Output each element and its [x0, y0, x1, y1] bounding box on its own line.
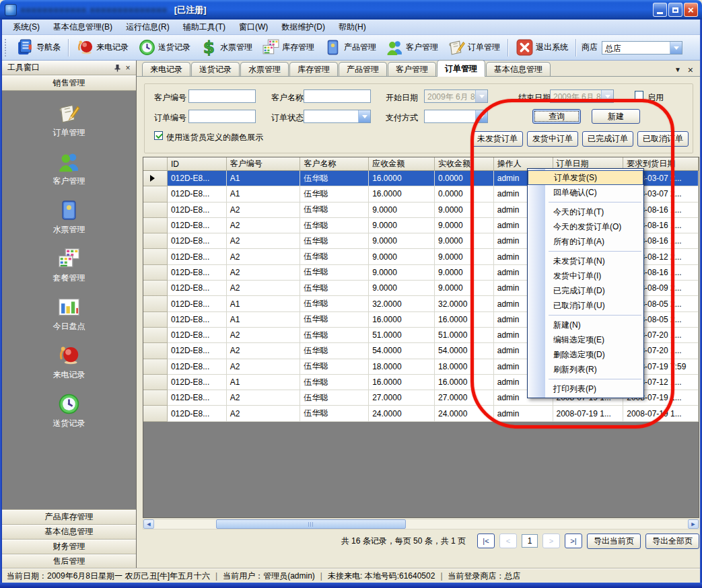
sidebar-group-2[interactable]: 财务管理 — [2, 539, 136, 554]
context-menu-item-7[interactable]: 未发货订单(N) — [528, 254, 643, 268]
sidebar-item-inventory[interactable]: 套餐管理 — [2, 247, 136, 284]
scroll-right-icon[interactable]: ► — [688, 519, 699, 529]
tool-window-close-icon[interactable]: × — [122, 63, 133, 73]
customer-no-input[interactable] — [188, 89, 256, 103]
toolbar-button-product[interactable]: 产品管理 — [319, 37, 381, 59]
pin-icon[interactable] — [112, 63, 122, 73]
row-selector[interactable] — [143, 265, 168, 281]
context-menu-item-10[interactable]: 已取消订单(U) — [528, 298, 643, 313]
row-selector[interactable] — [143, 406, 168, 421]
tab-2[interactable]: 水票管理 — [240, 62, 289, 76]
row-selector[interactable] — [143, 359, 168, 375]
menubar-item-4[interactable]: 窗口(W) — [232, 20, 275, 35]
toolbar-button-order[interactable]: 订单管理 — [443, 37, 505, 59]
last-page-button[interactable]: >| — [565, 534, 582, 548]
toolbar-button-dollar[interactable]: $水票管理 — [195, 37, 257, 59]
sidebar-group-sales[interactable]: 销售管理 — [2, 75, 136, 91]
column-header-0[interactable] — [143, 157, 168, 171]
toolbar-grip[interactable] — [5, 39, 9, 57]
context-menu-item-8[interactable]: 发货中订单(I) — [528, 268, 643, 283]
column-header-3[interactable]: 客户名称 — [300, 157, 369, 171]
menubar-item-0[interactable]: 系统(S) — [6, 20, 46, 35]
column-header-2[interactable]: 客户编号 — [227, 157, 301, 171]
chevron-down-icon[interactable] — [601, 90, 613, 102]
menubar-item-5[interactable]: 数据维护(D) — [275, 20, 332, 35]
row-selector[interactable] — [143, 328, 168, 343]
chevron-down-icon[interactable] — [475, 90, 487, 102]
context-menu-item-0[interactable]: 订单发货(S) — [528, 170, 643, 185]
minimize-button-icon[interactable] — [653, 3, 667, 17]
order-no-input[interactable] — [188, 110, 256, 123]
scroll-left-icon[interactable]: ◄ — [143, 519, 154, 529]
chevron-down-icon[interactable] — [670, 42, 682, 54]
start-date-picker[interactable]: 2009年 6月 8日 — [424, 89, 488, 103]
row-selector[interactable] — [143, 171, 168, 186]
sidebar-group-1[interactable]: 基本信息管理 — [2, 524, 136, 539]
close-button-icon[interactable]: × — [684, 3, 698, 17]
row-selector[interactable] — [143, 375, 168, 390]
menubar-item-1[interactable]: 基本信息管理(B) — [46, 20, 119, 35]
context-menu-item-13[interactable]: 编辑选定项(E) — [528, 332, 643, 347]
first-page-button[interactable]: |< — [477, 534, 495, 548]
toolbar-button-bell[interactable]: 来电记录 — [71, 37, 133, 59]
menubar-item-3[interactable]: 辅助工具(T) — [176, 20, 232, 35]
tab-1[interactable]: 送货记录 — [191, 62, 240, 76]
filter-button-3[interactable]: 已取消订单 — [637, 131, 689, 147]
context-menu-item-15[interactable]: 刷新列表(R) — [528, 362, 643, 377]
toolbar-button-customers[interactable]: 客户管理 — [381, 37, 443, 59]
next-page-button[interactable]: > — [542, 534, 560, 548]
context-menu-item-17[interactable]: 打印列表(P) — [528, 381, 643, 396]
order-status-combobox[interactable] — [304, 110, 371, 123]
row-selector[interactable] — [143, 249, 168, 264]
column-header-5[interactable]: 实收金额 — [435, 157, 494, 171]
context-menu-item-9[interactable]: 已完成订单(D) — [528, 283, 643, 298]
query-button[interactable]: 查询 — [532, 109, 581, 124]
row-selector[interactable] — [143, 296, 168, 311]
context-menu-item-3[interactable]: 今天的订单(T) — [528, 205, 643, 219]
row-selector[interactable] — [143, 186, 168, 202]
sidebar-item-order[interactable]: 订单管理 — [2, 102, 136, 139]
tab-5[interactable]: 客户管理 — [388, 62, 436, 76]
row-selector[interactable] — [143, 390, 168, 406]
enable-checkbox[interactable] — [635, 91, 643, 100]
tab-7[interactable]: 基本信息管理 — [486, 62, 551, 76]
tab-6[interactable]: 订单管理 — [437, 60, 485, 77]
maximize-button-icon[interactable] — [668, 3, 682, 17]
sidebar-group-3[interactable]: 售后管理 — [2, 554, 136, 568]
context-menu-item-12[interactable]: 新建(N) — [528, 318, 643, 332]
menubar-item-6[interactable]: 帮助(H) — [332, 20, 373, 35]
new-button[interactable]: 新建 — [592, 109, 640, 124]
end-date-picker[interactable]: 2009年 6月 8日 — [550, 89, 614, 103]
table-row[interactable]: 012D-E8...A2伍华聪24.000024.0000admin2008-0… — [143, 406, 699, 421]
row-selector[interactable] — [143, 233, 168, 249]
row-selector[interactable] — [143, 281, 168, 296]
context-menu-item-5[interactable]: 所有的订单(A) — [528, 234, 643, 249]
row-selector[interactable] — [143, 312, 168, 328]
chevron-down-icon[interactable] — [475, 110, 487, 122]
tab-list-arrow-icon[interactable]: ▼ — [674, 66, 681, 73]
color-display-checkbox[interactable] — [154, 131, 163, 140]
tab-4[interactable]: 产品管理 — [339, 62, 387, 76]
sidebar-item-bell[interactable]: 来电记录 — [2, 344, 136, 381]
context-menu-item-14[interactable]: 删除选定项(D) — [528, 347, 643, 362]
page-number-input[interactable] — [522, 534, 538, 548]
chevron-down-icon[interactable] — [358, 110, 370, 122]
sidebar-item-customers[interactable]: 客户管理 — [2, 150, 136, 187]
column-header-4[interactable]: 应收金额 — [369, 157, 435, 171]
filter-button-0[interactable]: 未发货订单 — [472, 131, 523, 147]
tab-close-icon[interactable]: × — [688, 67, 693, 73]
sidebar-item-product[interactable]: 水票管理 — [2, 198, 136, 235]
filter-button-2[interactable]: 已完成订单 — [582, 131, 633, 147]
column-header-1[interactable]: ID — [168, 157, 227, 171]
scrollbar-thumb[interactable] — [216, 519, 406, 529]
tab-3[interactable]: 库存管理 — [289, 62, 338, 76]
export-current-page-button[interactable]: 导出当前页 — [587, 534, 641, 549]
row-selector[interactable] — [143, 203, 168, 218]
pay-method-combobox[interactable] — [424, 110, 488, 123]
sidebar-group-0[interactable]: 产品库存管理 — [2, 509, 136, 524]
toolbar-button-navigator[interactable]: 导航条 — [11, 37, 65, 59]
prev-page-button[interactable]: < — [499, 534, 517, 548]
toolbar-button-inventory[interactable]: 库存管理 — [257, 37, 319, 59]
context-menu-item-4[interactable]: 今天的发货订单(O) — [528, 219, 643, 234]
export-all-pages-button[interactable]: 导出全部页 — [645, 534, 699, 549]
